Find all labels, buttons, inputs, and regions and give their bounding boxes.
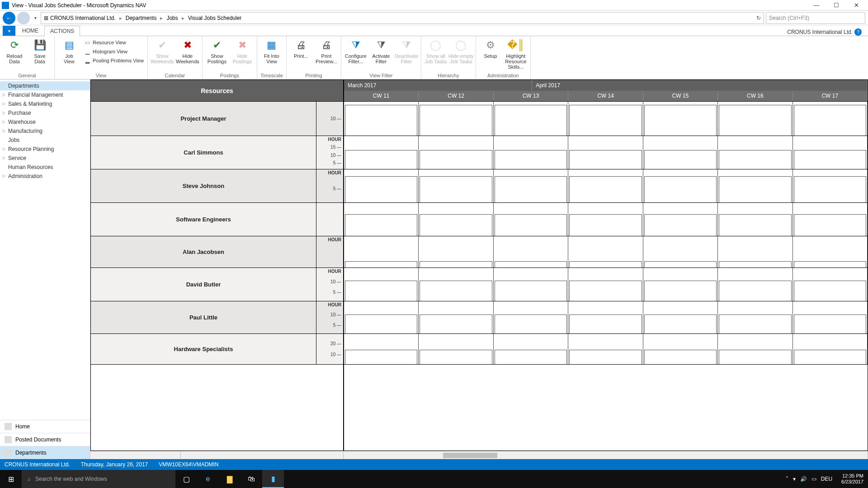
hide-postings-button[interactable]: ✖HidePostings [230,37,255,65]
week-cell[interactable] [568,334,643,364]
week-cell[interactable] [419,268,493,301]
week-cell[interactable] [494,236,568,267]
week-cell[interactable] [419,102,493,136]
show-all-job-tasks-button[interactable]: ◯Show allJob Tasks [423,37,448,65]
week-cell[interactable] [643,236,718,267]
taskbar-clock[interactable]: 12:35 PM 6/23/2017 [837,473,868,485]
chart-row[interactable] [344,203,868,236]
activate-filter-button[interactable]: ⧩ActivateFilter [368,37,394,65]
week-cell[interactable] [419,301,493,333]
week-cell[interactable] [643,102,718,136]
store-button[interactable]: 🛍 [241,470,262,488]
resource-row[interactable]: Hardware Specialists20 —10 — [91,334,343,365]
histogram-view-button[interactable]: ▁Histogram View [82,47,146,56]
sidebar-item-manufacturing[interactable]: Manufacturing [0,127,90,136]
explorer-button[interactable]: ▇ [219,470,241,488]
address-bar[interactable]: ⊞ CRONUS International Ltd.▸ Departments… [41,12,764,24]
nav-history-dropdown[interactable]: ▾ [32,12,39,24]
week-cell[interactable] [643,301,718,333]
sidebar-item-human-resources[interactable]: Human Resources [0,163,90,172]
nav-tree[interactable]: DepartmentsFinancial ManagementSales & M… [0,80,90,420]
resource-row[interactable]: Carl SimmonsHOUR15 —10 —5 — [91,136,343,169]
save-data-button[interactable]: 💾SaveData [27,37,52,65]
week-cell[interactable] [419,203,493,236]
week-cell[interactable] [568,136,643,169]
chart-rows[interactable] [344,102,868,450]
week-cell[interactable] [793,268,868,301]
week-cell[interactable] [718,136,793,169]
week-cell[interactable] [793,102,868,136]
resource-view-button[interactable]: ▭Resource View [82,38,146,47]
system-tray[interactable]: ˄ ▾ 🔊 ▭ DEU [781,476,837,482]
week-cell[interactable] [344,268,419,301]
week-cell[interactable] [494,334,568,364]
week-cell[interactable] [344,136,419,169]
chart-row[interactable] [344,136,868,169]
resource-row[interactable]: Project Manager10 — [91,102,343,136]
week-cell[interactable] [718,334,793,364]
nav-bottom-departments[interactable]: Departments [0,446,90,459]
week-cell[interactable] [718,236,793,267]
week-cell[interactable] [793,203,868,236]
hide-empty-job-tasks-button[interactable]: ◯Hide emptyJob Tasks [448,37,474,65]
search-input[interactable]: Search (Ctrl+F3) [766,12,865,24]
sidebar-item-administration[interactable]: Administration [0,172,90,181]
week-cell[interactable] [793,334,868,364]
gantt[interactable]: Resources Project Manager10 —Carl Simmon… [90,80,868,451]
sidebar-item-purchase[interactable]: Purchase [0,108,90,117]
job-view-button[interactable]: ▤JobView [57,37,82,65]
file-menu[interactable]: ▾ [3,26,15,36]
week-cell[interactable] [494,301,568,333]
week-cell[interactable] [344,236,419,267]
week-cell[interactable] [494,102,568,136]
chart-row[interactable] [344,301,868,334]
resource-row[interactable]: Software Engineers [91,203,343,236]
tab-home[interactable]: HOME [16,25,44,36]
week-cell[interactable] [568,301,643,333]
week-cell[interactable] [718,102,793,136]
help-icon[interactable]: ? [854,28,862,36]
sidebar-item-departments[interactable]: Departments [0,81,90,90]
resource-row[interactable]: Steve JohnsonHOUR5 — [91,169,343,203]
week-cell[interactable] [718,301,793,333]
maximize-button[interactable]: ☐ [826,0,846,11]
highlight-skills-button[interactable]: �║HighlightResource Skills... [503,37,528,70]
language-indicator[interactable]: DEU [821,476,832,482]
week-cell[interactable] [494,136,568,169]
week-cell[interactable] [718,203,793,236]
minimize-button[interactable]: — [807,0,826,11]
deactivate-filter-button[interactable]: ⧩DeactivateFilter [394,37,419,65]
print-preview-button[interactable]: 🖨PrintPreview... [314,37,339,65]
week-cell[interactable] [568,268,643,301]
show-postings-button[interactable]: ✔ShowPostings [204,37,230,65]
week-cell[interactable] [419,236,493,267]
breadcrumb-0[interactable]: CRONUS International Ltd. [50,15,116,21]
week-cell[interactable] [643,203,718,236]
notifications-icon[interactable]: ▭ [811,476,816,482]
breadcrumb-3[interactable]: Visual Jobs Scheduler [188,15,242,21]
nav-bottom-posted-documents[interactable]: Posted Documents [0,433,90,446]
chart-row[interactable] [344,102,868,136]
setup-button[interactable]: ⚙Setup [478,37,503,60]
fit-into-view-button[interactable]: ▦Fit IntoView [259,37,284,65]
breadcrumb-1[interactable]: Departments [126,15,157,21]
sidebar-item-service[interactable]: Service [0,154,90,163]
sidebar-item-jobs[interactable]: Jobs [0,136,90,145]
tab-actions[interactable]: ACTIONS [44,26,80,36]
show-weekends-button[interactable]: ✔ShowWeekends [150,37,175,65]
print-button[interactable]: 🖨Print... [288,37,314,60]
week-cell[interactable] [718,268,793,301]
taskbar-search[interactable]: ⌕Search the web and Windows [22,470,175,488]
reload-data-button[interactable]: ⟳ReloadData [2,37,27,65]
week-cell[interactable] [793,136,868,169]
sidebar-item-warehouse[interactable]: Warehouse [0,117,90,127]
week-cell[interactable] [643,334,718,364]
week-cell[interactable] [344,169,419,202]
week-cell[interactable] [494,268,568,301]
week-cell[interactable] [344,102,419,136]
chart-row[interactable] [344,334,868,365]
horizontal-scrollbar[interactable] [90,451,868,459]
nav-back-button[interactable]: ← [3,12,15,24]
week-cell[interactable] [568,203,643,236]
edge-button[interactable]: e [197,470,219,488]
